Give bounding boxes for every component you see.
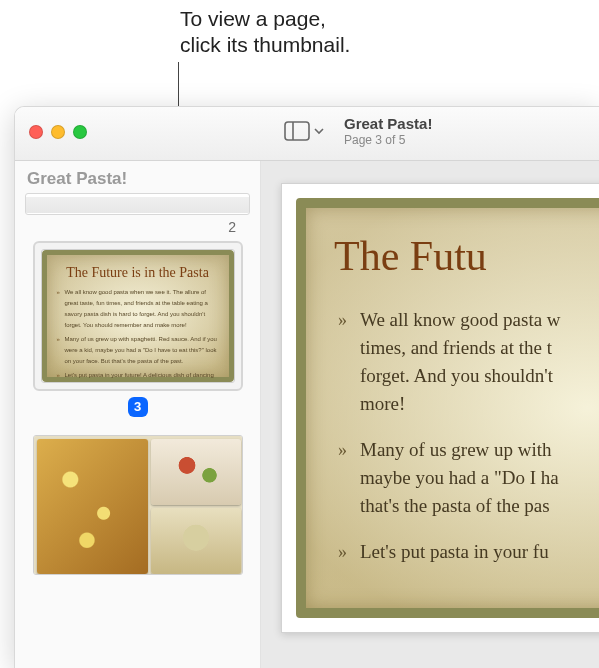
page-3: The Futu We all know good pasta w times,… bbox=[281, 183, 599, 633]
page-bullet: We all know good pasta w times, and frie… bbox=[334, 306, 599, 418]
app-window: Great Pasta! Page 3 of 5 Great Pasta! 2 … bbox=[14, 106, 599, 668]
thumb3-bullet: Many of us grew up with spaghetti. Red s… bbox=[57, 334, 219, 367]
chevron-down-icon bbox=[314, 121, 324, 141]
close-button[interactable] bbox=[29, 125, 43, 139]
page-title: The Futu bbox=[334, 232, 599, 280]
thumb3-title: The Future is in the Pasta bbox=[57, 265, 219, 281]
sidebar-heading: Great Pasta! bbox=[27, 169, 248, 189]
callout-line1: To view a page, bbox=[180, 7, 326, 30]
document-title: Great Pasta! bbox=[344, 115, 432, 132]
titlebar: Great Pasta! Page 3 of 5 bbox=[15, 107, 599, 161]
thumb3-bullet: We all know good pasta when we see it. T… bbox=[57, 287, 219, 331]
thumb4-photo-salad bbox=[151, 439, 242, 505]
minimize-button[interactable] bbox=[51, 125, 65, 139]
callout-text: To view a page, click its thumbnail. bbox=[180, 6, 350, 58]
document-title-block[interactable]: Great Pasta! Page 3 of 5 bbox=[344, 115, 432, 147]
page-indicator: Page 3 of 5 bbox=[344, 133, 432, 147]
page-bullet: Many of us grew up with maybe you had a … bbox=[334, 436, 599, 520]
thumb4-photo-bowl bbox=[151, 508, 242, 574]
sidebar-icon bbox=[284, 121, 310, 141]
thumbnail-page-4[interactable] bbox=[33, 435, 243, 575]
thumbnail-3-badge: 3 bbox=[128, 397, 148, 417]
main-canvas[interactable]: The Futu We all know good pasta w times,… bbox=[261, 161, 599, 668]
thumbnail-2-label: 2 bbox=[25, 219, 250, 235]
callout-line2: click its thumbnail. bbox=[180, 33, 350, 56]
thumbnail-page-3[interactable]: The Future is in the Pasta We all know g… bbox=[33, 241, 243, 391]
thumbnail-sidebar: Great Pasta! 2 The Future is in the Past… bbox=[15, 161, 261, 668]
thumbnail-page-1-partial[interactable] bbox=[25, 193, 250, 215]
page-bullet: Let's put pasta in your fu bbox=[334, 538, 599, 566]
window-controls bbox=[29, 125, 87, 139]
thumb3-bullet: Let's put pasta in your future! A delici… bbox=[57, 370, 219, 383]
zoom-button[interactable] bbox=[73, 125, 87, 139]
thumb4-photo-pasta bbox=[37, 439, 148, 574]
sidebar-toggle-button[interactable] bbox=[278, 117, 330, 145]
svg-rect-0 bbox=[285, 122, 309, 140]
